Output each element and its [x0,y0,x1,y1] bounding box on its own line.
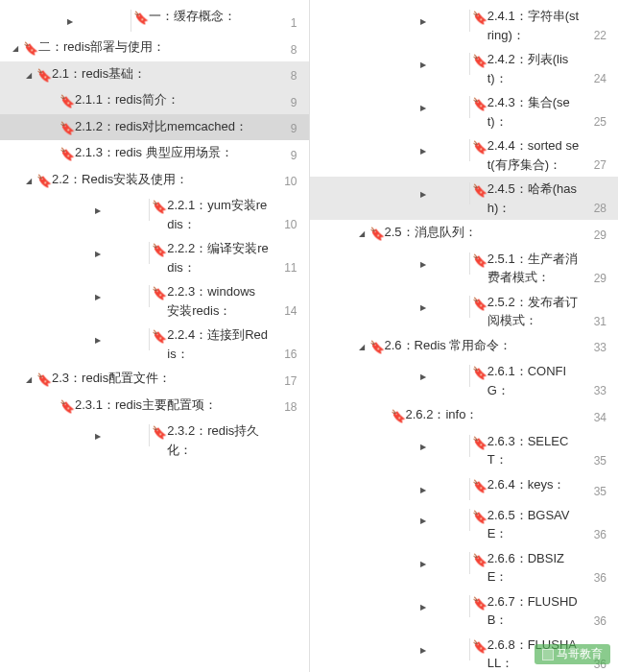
chevron-right-icon[interactable] [377,10,470,32]
outline-item[interactable]: 🔖2.3.1：redis主要配置项：18 [0,393,309,420]
outline-item-label: 2.5.1：生产者消费者模式： [487,250,583,287]
bookmark-icon: 🔖 [36,66,48,85]
bookmark-icon: 🔖 [391,407,402,426]
page-number: 35 [583,452,606,469]
outline-item[interactable]: 🔖一：缓存概念：1 [0,4,309,35]
outline-item[interactable]: 🔖2.6.2：info：34 [310,402,619,429]
outline-item[interactable]: 🔖2.1.3：redis 典型应用场景：9 [0,140,309,167]
bookmark-icon: 🔖 [472,95,484,114]
page-number: 27 [583,156,606,174]
page-number: 29 [583,270,606,287]
page-number: 34 [583,409,606,426]
chevron-right-icon[interactable] [377,296,470,318]
outline-item[interactable]: 🔖2.3.2：redis持久化： [0,419,309,462]
outline-item[interactable]: 🔖2.5.2：发布者订阅模式：31 [310,290,619,333]
outline-item[interactable]: 🔖2.4.2：列表(list)：24 [310,47,619,90]
page-number: 10 [274,173,297,190]
chevron-down-icon[interactable] [356,226,368,240]
outline-item[interactable]: 🔖2.1：redis基础：8 [0,61,309,88]
page-number: 33 [583,339,606,356]
chevron-down-icon[interactable] [356,339,368,353]
bookmark-icon: 🔖 [472,477,484,496]
bookmark-icon: 🔖 [472,364,484,383]
page-number: 36 [583,526,606,543]
outline-item-label: 2.3.2：redis持久化： [167,421,273,459]
bookmark-icon: 🔖 [36,371,48,390]
chevron-right-icon[interactable] [377,182,470,204]
outline-item[interactable]: 🔖2.6.5：BGSAVE：36 [310,503,619,546]
watermark-icon [542,649,554,660]
outline-item[interactable]: 🔖2.6.7：FLUSHDB：36 [310,589,619,633]
chevron-right-icon[interactable] [377,595,470,617]
chevron-down-icon[interactable] [23,67,35,82]
outline-item-label: 2.6.1：CONFIG： [487,362,583,399]
page-number: 16 [274,346,297,363]
chevron-down-icon[interactable] [10,40,21,55]
chevron-down-icon[interactable] [23,173,35,187]
page-number: 8 [274,67,297,84]
chevron-right-icon[interactable] [377,435,470,457]
chevron-right-icon[interactable] [46,242,150,264]
bookmark-icon: 🔖 [472,594,484,613]
bookmark-icon: 🔖 [472,52,484,71]
outline-item[interactable]: 🔖2.5：消息队列：29 [310,220,619,247]
outline-item[interactable]: 🔖2.2.3：windows 安装redis：14 [0,279,309,323]
outline-item[interactable]: 🔖2.6.3：SELECT：35 [310,429,619,472]
outline-item[interactable]: 🔖2.5.1：生产者消费者模式：29 [310,247,619,290]
outline-item[interactable]: 🔖2.2.4：连接到Redis：16 [0,323,309,366]
chevron-right-icon[interactable] [377,509,470,531]
outline-item-label: 2.2.4：连接到Redis： [167,325,273,363]
outline-item[interactable]: 🔖2.4.5：哈希(hash)：28 [310,177,619,220]
page-number: 31 [583,313,606,330]
outline-item-label: 2.3.1：redis主要配置项： [75,396,274,415]
chevron-right-icon[interactable] [46,328,150,350]
bookmark-icon: 🔖 [369,225,381,244]
page-number: 14 [274,302,297,320]
bookmark-icon: 🔖 [152,423,163,443]
bookmark-icon: 🔖 [133,9,145,28]
outline-item[interactable]: 🔖二：redis部署与使用：8 [0,35,309,61]
page-number: 29 [583,227,606,244]
chevron-right-icon[interactable] [10,10,131,32]
chevron-down-icon[interactable] [23,372,35,386]
page-number: 33 [583,382,606,399]
chevron-right-icon[interactable] [377,96,470,118]
chevron-right-icon[interactable] [377,365,470,387]
outline-item[interactable]: 🔖2.3：redis配置文件：17 [0,366,309,393]
outline-item[interactable]: 🔖2.6.4：keys：35 [310,472,619,503]
outline-item-label: 2.6.6：DBSIZE： [487,549,583,587]
page-number: 1 [274,14,297,32]
outline-item[interactable]: 🔖2.1.2：redis对比memcached：9 [0,114,309,141]
page-number: 17 [274,372,297,390]
outline-item-label: 2.2.3：windows 安装redis： [167,282,273,320]
page-number: 35 [583,483,606,500]
page-number: 18 [274,398,297,416]
outline-item-label: 2.6.2：info： [406,405,584,424]
outline-item-label: 2.6.3：SELECT： [487,432,583,469]
outline-item[interactable]: 🔖2.1.1：redis简介：9 [0,87,309,114]
chevron-right-icon[interactable] [377,53,470,75]
outline-item[interactable]: 🔖2.6.1：CONFIG：33 [310,359,619,402]
chevron-right-icon[interactable] [377,139,470,161]
chevron-right-icon[interactable] [377,252,470,275]
outline-item[interactable]: 🔖2.4.3：集合(set)：25 [310,90,619,133]
chevron-right-icon[interactable] [377,638,470,660]
bookmark-icon: 🔖 [152,284,163,303]
watermark-badge: 马哥教育 [535,644,610,664]
outline-item[interactable]: 🔖2.2.2：编译安装redis：11 [0,236,309,279]
outline-item-label: 2.6.4：keys： [487,475,583,494]
outline-item-label: 2.2.1：yum安装redis： [167,196,273,233]
outline-column-left: 🔖一：缓存概念：1🔖二：redis部署与使用：8🔖2.1：redis基础：8🔖2… [0,0,310,672]
outline-item[interactable]: 🔖2.4.4：sorted set(有序集合)：27 [310,133,619,177]
outline-item[interactable]: 🔖2.4.1：字符串(string)：22 [310,4,619,47]
chevron-right-icon[interactable] [46,199,150,221]
chevron-right-icon[interactable] [377,552,470,574]
outline-item[interactable]: 🔖2.2.1：yum安装redis：10 [0,193,309,236]
chevron-right-icon[interactable] [46,285,150,307]
chevron-right-icon[interactable] [377,478,470,500]
outline-item-label: 2.2：Redis安装及使用： [52,170,274,189]
outline-item[interactable]: 🔖2.6：Redis 常用命令：33 [310,333,619,360]
chevron-right-icon[interactable] [46,424,150,446]
outline-item[interactable]: 🔖2.6.6：DBSIZE：36 [310,546,619,589]
outline-item[interactable]: 🔖2.2：Redis安装及使用：10 [0,167,309,194]
